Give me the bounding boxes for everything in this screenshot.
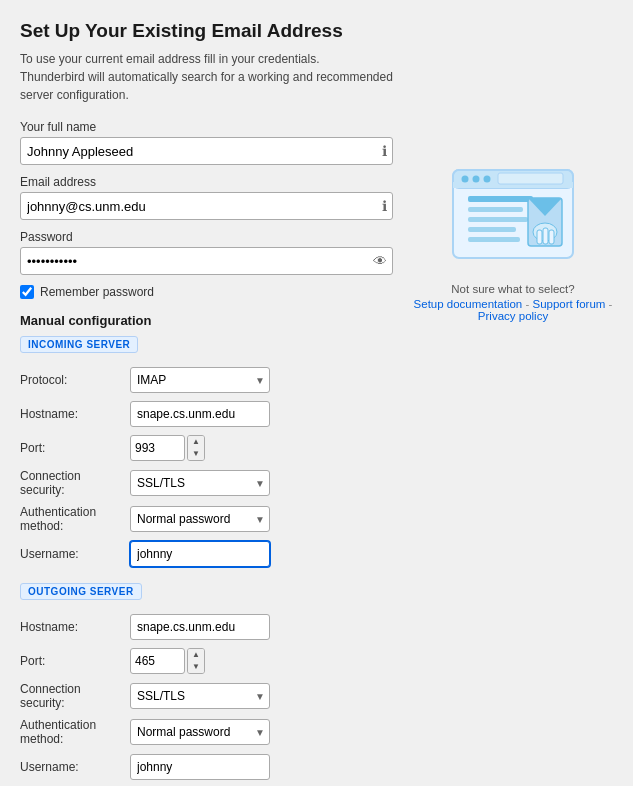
incoming-protocol-value: IMAP POP3 ▼ (130, 363, 393, 397)
outgoing-server-table: Hostname: Port: ▲ ▼ (20, 610, 393, 784)
outgoing-server-badge: OUTGOING SERVER (20, 583, 142, 600)
incoming-hostname-row: Hostname: (20, 397, 393, 431)
incoming-server-badge: INCOMING SERVER (20, 336, 138, 353)
incoming-protocol-select[interactable]: IMAP POP3 (130, 367, 270, 393)
outgoing-security-row: Connection security: SSL/TLS STARTTLS No… (20, 678, 393, 714)
outgoing-auth-row: Authentication method: Normal password O… (20, 714, 393, 750)
outgoing-port-value: ▲ ▼ (130, 644, 393, 678)
incoming-auth-value: Normal password OAuth2 Kerberos/GSSAPI ▼ (130, 501, 393, 537)
outgoing-username-row: Username: (20, 750, 393, 784)
incoming-username-input[interactable] (130, 541, 270, 567)
svg-rect-9 (468, 217, 528, 222)
incoming-auth-row: Authentication method: Normal password O… (20, 501, 393, 537)
outgoing-security-value: SSL/TLS STARTTLS None ▼ (130, 678, 393, 714)
outgoing-port-up[interactable]: ▲ (188, 649, 204, 661)
password-toggle-icon[interactable]: 👁 (373, 253, 387, 269)
email-input-wrapper: ℹ (20, 192, 393, 220)
outgoing-security-label: Connection security: (20, 678, 130, 714)
full-name-info-icon[interactable]: ℹ (382, 143, 387, 159)
svg-rect-10 (468, 227, 516, 232)
outgoing-hostname-label: Hostname: (20, 610, 130, 644)
password-input[interactable] (20, 247, 393, 275)
link-divider-2: - (609, 298, 613, 310)
outgoing-security-select[interactable]: SSL/TLS STARTTLS None (130, 683, 270, 709)
outgoing-hostname-value (130, 610, 393, 644)
svg-point-5 (484, 176, 491, 183)
incoming-hostname-input[interactable] (130, 401, 270, 427)
svg-rect-16 (543, 228, 548, 244)
outgoing-port-label: Port: (20, 644, 130, 678)
incoming-security-select[interactable]: SSL/TLS STARTTLS None (130, 470, 270, 496)
outgoing-auth-value: Normal password OAuth2 Kerberos/GSSAPI ▼ (130, 714, 393, 750)
incoming-auth-select[interactable]: Normal password OAuth2 Kerberos/GSSAPI (130, 506, 270, 532)
page-title: Set Up Your Existing Email Address (20, 20, 393, 42)
email-input[interactable] (20, 192, 393, 220)
outgoing-hostname-input[interactable] (130, 614, 270, 640)
password-label: Password (20, 230, 393, 244)
incoming-port-wrapper: ▲ ▼ (130, 435, 393, 461)
incoming-port-row: Port: ▲ ▼ (20, 431, 393, 465)
full-name-label: Your full name (20, 120, 393, 134)
svg-rect-8 (468, 207, 523, 212)
outgoing-auth-label: Authentication method: (20, 714, 130, 750)
incoming-auth-label: Authentication method: (20, 501, 130, 537)
link-divider-1: - (525, 298, 532, 310)
password-group: Password 👁 (20, 230, 393, 275)
svg-rect-6 (498, 173, 563, 184)
outgoing-port-row: Port: ▲ ▼ (20, 644, 393, 678)
outgoing-port-wrapper: ▲ ▼ (130, 648, 393, 674)
email-group: Email address ℹ (20, 175, 393, 220)
full-name-group: Your full name ℹ (20, 120, 393, 165)
incoming-security-label: Connection security: (20, 465, 130, 501)
outgoing-username-label: Username: (20, 750, 130, 784)
password-input-wrapper: 👁 (20, 247, 393, 275)
outgoing-username-input[interactable] (130, 754, 270, 780)
incoming-port-value: ▲ ▼ (130, 431, 393, 465)
svg-rect-15 (537, 230, 542, 244)
manual-config-header: Manual configuration (20, 313, 393, 328)
incoming-protocol-label: Protocol: (20, 363, 130, 397)
outgoing-username-value (130, 750, 393, 784)
incoming-username-value (130, 537, 393, 571)
svg-rect-11 (468, 237, 520, 242)
email-illustration (443, 160, 583, 270)
outgoing-port-down[interactable]: ▼ (188, 661, 204, 673)
remember-password-row: Remember password (20, 285, 393, 299)
incoming-security-row: Connection security: SSL/TLS STARTTLS No… (20, 465, 393, 501)
support-forum-link[interactable]: Support forum (533, 298, 606, 310)
outgoing-auth-select[interactable]: Normal password OAuth2 Kerberos/GSSAPI (130, 719, 270, 745)
incoming-security-select-wrapper: SSL/TLS STARTTLS None ▼ (130, 470, 270, 496)
svg-rect-7 (468, 196, 533, 202)
incoming-port-spinner: ▲ ▼ (187, 435, 205, 461)
not-sure-links: Setup documentation - Support forum - Pr… (413, 298, 613, 322)
email-label: Email address (20, 175, 393, 189)
privacy-policy-link[interactable]: Privacy policy (478, 310, 548, 322)
incoming-username-label: Username: (20, 537, 130, 571)
incoming-protocol-select-wrapper: IMAP POP3 ▼ (130, 367, 270, 393)
remember-password-checkbox[interactable] (20, 285, 34, 299)
svg-rect-17 (549, 230, 554, 244)
incoming-server-table: Protocol: IMAP POP3 ▼ Hostname: (20, 363, 393, 571)
full-name-input-wrapper: ℹ (20, 137, 393, 165)
setup-doc-link[interactable]: Setup documentation (414, 298, 523, 310)
email-info-icon[interactable]: ℹ (382, 198, 387, 214)
outgoing-security-select-wrapper: SSL/TLS STARTTLS None ▼ (130, 683, 270, 709)
incoming-hostname-value (130, 397, 393, 431)
full-name-input[interactable] (20, 137, 393, 165)
not-sure-text: Not sure what to select? (451, 280, 574, 298)
incoming-port-down[interactable]: ▼ (188, 448, 204, 460)
svg-point-4 (473, 176, 480, 183)
svg-point-3 (462, 176, 469, 183)
incoming-port-up[interactable]: ▲ (188, 436, 204, 448)
outgoing-port-input[interactable] (130, 648, 185, 674)
right-panel: Not sure what to select? Setup documenta… (413, 20, 613, 786)
incoming-auth-select-wrapper: Normal password OAuth2 Kerberos/GSSAPI ▼ (130, 506, 270, 532)
outgoing-auth-select-wrapper: Normal password OAuth2 Kerberos/GSSAPI ▼ (130, 719, 270, 745)
incoming-security-value: SSL/TLS STARTTLS None ▼ (130, 465, 393, 501)
outgoing-port-spinner: ▲ ▼ (187, 648, 205, 674)
incoming-port-input[interactable] (130, 435, 185, 461)
incoming-username-row: Username: (20, 537, 393, 571)
outgoing-hostname-row: Hostname: (20, 610, 393, 644)
incoming-protocol-row: Protocol: IMAP POP3 ▼ (20, 363, 393, 397)
remember-password-label[interactable]: Remember password (40, 285, 154, 299)
